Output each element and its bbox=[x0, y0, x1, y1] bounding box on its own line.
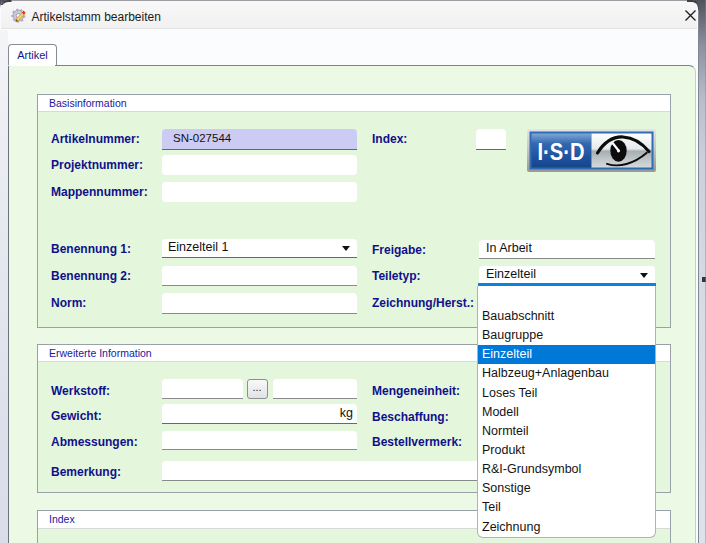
svg-text:I·S·D: I·S·D bbox=[537, 137, 584, 164]
